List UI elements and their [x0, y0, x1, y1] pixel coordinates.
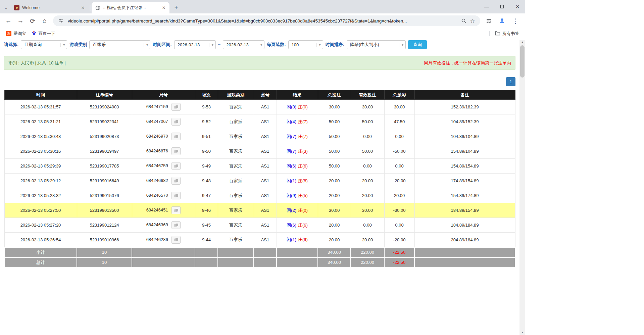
summary-bar: 币别 : 人民币 | 总共 :10 注单 | 同局有效投注，统一计算在该局第一张… — [4, 56, 515, 70]
column-header: 游戏类别 — [218, 90, 254, 100]
filter-bar: 请选择: 日期查询 ▾ 游戏类别 百家乐 ▾ 时间区间: 2026-02-13 … — [4, 40, 515, 49]
cell-session: 9-52 — [195, 114, 218, 129]
view-cards-icon[interactable] — [171, 133, 181, 140]
page-scrollbar[interactable]: ▲ ▼ — [519, 40, 525, 335]
cell-result: 闲(1)庄(8) — [277, 174, 318, 188]
tab-close-icon[interactable]: ✕ — [80, 5, 86, 11]
round-id-text: 684246876 — [146, 148, 168, 153]
tab-bet-record[interactable]: :::视讯, 会员下注纪录::: ✕ — [92, 2, 169, 13]
cell-bet-id: 523199017785 — [77, 159, 132, 174]
profile-avatar[interactable] — [496, 15, 508, 27]
result-player: 闲(7) — [287, 149, 296, 154]
browser-toolbar: ← → ⟳ ⌂ videoie.com/ipl/portal.php/game/… — [0, 13, 525, 28]
time-range-label: 时间区间: — [153, 42, 171, 48]
view-cards-icon[interactable] — [171, 221, 181, 229]
round-id-text: 684247159 — [146, 104, 168, 109]
result-player: 闲(2) — [287, 208, 296, 213]
bookmark-taobao[interactable]: 淘 爱淘宝 — [3, 30, 29, 38]
bookmark-star-icon[interactable]: ☆ — [468, 16, 477, 25]
address-bar[interactable]: videoie.com/ipl/portal.php/game/betrecor… — [53, 15, 480, 26]
chevron-down-icon: ▾ — [399, 43, 403, 47]
minimize-icon[interactable]: — — [479, 0, 494, 13]
reload-icon[interactable]: ⟳ — [27, 15, 38, 27]
cell-round-id: 684246759 — [132, 159, 195, 174]
result-banker: 庄(7) — [298, 134, 308, 139]
window-controls: — ✕ — [479, 0, 525, 13]
scroll-up-icon[interactable]: ▲ — [519, 40, 525, 45]
cell-total-bet[interactable]: 50.00 — [318, 159, 351, 174]
view-cards-icon[interactable] — [171, 162, 181, 170]
result-banker: 庄(3) — [298, 149, 308, 154]
cell-result: 闲(8)庄(0) — [277, 100, 318, 114]
cell-total-bet[interactable]: 50.00 — [318, 144, 351, 159]
cell-round-id: 684246369 — [132, 218, 195, 233]
scrollbar-thumb[interactable] — [520, 45, 525, 78]
result-player: 闲(1) — [287, 237, 296, 242]
cell-total-bet[interactable]: 20.00 — [318, 188, 351, 203]
cell-total-bet[interactable]: 20.00 — [318, 233, 351, 247]
game-type-select[interactable]: 百家乐 ▾ — [89, 40, 150, 49]
cell-bet-id: 523199010966 — [77, 233, 132, 247]
cell-total-bet[interactable]: 50.00 — [318, 114, 351, 129]
date-to-select[interactable]: 2026-02-13 ▾ — [223, 40, 264, 49]
close-icon[interactable]: ✕ — [510, 0, 525, 13]
view-cards-icon[interactable] — [171, 103, 181, 111]
date-from-select[interactable]: 2026-02-13 ▾ — [174, 40, 216, 49]
query-type-select[interactable]: 日期查询 ▾ — [21, 40, 67, 49]
cell-table-no: AS1 — [254, 159, 277, 174]
cell-bet-id: 523199012124 — [77, 218, 132, 233]
tab-close-icon[interactable]: ✕ — [161, 5, 167, 11]
cell-total-bet[interactable]: 30.00 — [318, 100, 351, 114]
cell-total-bet[interactable]: 50.00 — [318, 129, 351, 144]
tab-title: :::视讯, 会员下注纪录::: — [103, 5, 158, 11]
tab-search-chevron-icon[interactable]: ⌄ — [1, 2, 11, 13]
scroll-down-icon[interactable]: ▼ — [519, 330, 525, 335]
view-cards-icon[interactable] — [171, 206, 181, 214]
home-icon[interactable]: ⌂ — [39, 15, 50, 27]
subtotal-total-bet: 340.00 — [318, 247, 351, 257]
total-payout: -22.50 — [384, 257, 414, 268]
cell-time: 2026-02-13 05:27:20 — [4, 218, 77, 233]
sort-select[interactable]: 降幂(由大到小) ▾ — [347, 40, 406, 49]
cell-session: 9-44 — [195, 233, 218, 247]
cell-total-bet[interactable]: 20.00 — [318, 218, 351, 233]
view-cards-icon[interactable] — [171, 236, 181, 244]
cell-game-type: 百家乐 — [218, 174, 254, 188]
result-player: 闲(4) — [287, 119, 296, 124]
column-header: 有效投注 — [351, 90, 384, 100]
cell-total-bet[interactable]: 30.00 — [318, 203, 351, 218]
zoom-icon[interactable] — [459, 16, 468, 25]
cell-table-no: AS1 — [254, 129, 277, 144]
view-cards-icon[interactable] — [171, 118, 181, 126]
search-button[interactable]: 查询 — [408, 40, 427, 49]
cell-time: 2026-02-13 05:31:21 — [4, 114, 77, 129]
page-size-select[interactable]: 100 ▾ — [288, 40, 323, 49]
cell-bet-id: 523199022341 — [77, 114, 132, 129]
bookmark-baidu[interactable]: 百度一下 — [29, 29, 58, 38]
new-tab-icon[interactable]: + — [171, 3, 181, 12]
page-button-1[interactable]: 1 — [506, 77, 515, 86]
table-header-row: 时间注单编号局号场次游戏类别桌号结果总投注有效投注总派彩备注 — [4, 90, 515, 100]
url-text[interactable]: videoie.com/ipl/portal.php/game/betrecor… — [65, 18, 459, 23]
cell-payout: 0.00 — [384, 218, 414, 233]
bookmark-label: 爱淘宝 — [13, 31, 26, 37]
media-controls-icon[interactable] — [483, 15, 494, 27]
result-banker: 庄(9) — [298, 237, 308, 242]
cell-payout: 30.00 — [384, 100, 414, 114]
cell-note: 104.89/104.89 — [414, 129, 515, 144]
cell-total-bet[interactable]: 20.00 — [318, 174, 351, 188]
maximize-icon[interactable] — [494, 0, 510, 13]
all-bookmarks[interactable]: 所有书签 — [492, 30, 522, 38]
menu-dots-icon[interactable]: ⋮ — [510, 15, 521, 27]
tab-welcome[interactable]: Welcome ✕ — [11, 2, 89, 13]
result-player: 闲(8) — [287, 104, 296, 109]
view-cards-icon[interactable] — [171, 192, 181, 199]
cell-result: 闲(1)庄(9) — [277, 233, 318, 247]
view-cards-icon[interactable] — [171, 147, 181, 155]
round-id-text: 684246286 — [146, 237, 168, 242]
forward-icon[interactable]: → — [15, 15, 26, 27]
all-bookmarks-label: 所有书签 — [502, 31, 519, 37]
site-info-icon[interactable] — [56, 16, 65, 25]
view-cards-icon[interactable] — [171, 177, 181, 185]
back-icon[interactable]: ← — [3, 15, 14, 27]
